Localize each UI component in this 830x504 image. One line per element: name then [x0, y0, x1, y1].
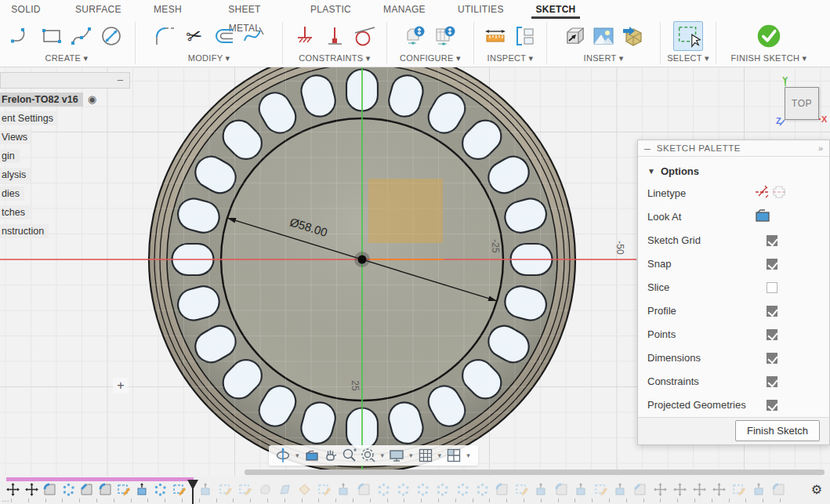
viewports-icon[interactable] [446, 448, 462, 463]
checkbox-dimensions[interactable] [767, 353, 777, 364]
timeline-feature-extrude-suppressed[interactable] [535, 483, 548, 496]
ribbon-group-label[interactable]: INSPECT ▾ [476, 53, 545, 63]
pan-icon[interactable] [323, 448, 339, 463]
tab-plastic[interactable]: PLASTIC [309, 0, 353, 19]
timeline-feature-extrude-suppressed[interactable] [199, 483, 212, 496]
timeline-feature-sketch-edit-suppressed[interactable] [317, 483, 331, 496]
zoom-icon[interactable] [342, 448, 357, 463]
viewcube[interactable]: TOP Y Z X [776, 75, 828, 130]
fit-icon[interactable] [361, 448, 376, 463]
configuration-table-icon[interactable] [433, 24, 457, 48]
timeline-feature-move[interactable] [25, 483, 38, 496]
nav-dropdown-caret[interactable]: ▾ [295, 451, 299, 459]
insert-mesh-icon[interactable] [622, 24, 645, 48]
tangent-constraint-icon[interactable] [353, 24, 376, 48]
look-at-nav-icon[interactable] [304, 448, 320, 463]
trim-icon[interactable]: ✂ [183, 24, 206, 48]
timeline-feature-fillet-suppressed[interactable] [555, 483, 568, 496]
measure-icon[interactable] [484, 24, 507, 48]
fillet-icon[interactable] [153, 24, 176, 48]
checkbox-projected-geometries[interactable] [767, 400, 777, 411]
timeline-feature-move-suppressed[interactable] [712, 483, 726, 496]
timeline-feature-sketch-edit-suppressed[interactable] [238, 483, 252, 496]
timeline-feature-sketch-suppressed[interactable] [476, 483, 489, 496]
ribbon-group-label[interactable]: FINISH SKETCH ▾ [718, 53, 820, 63]
timeline-feature-move-suppressed[interactable] [693, 483, 706, 496]
tab-sheet-metal[interactable]: SHEET METAL [212, 0, 277, 19]
grid-settings-icon[interactable] [418, 448, 433, 463]
timeline-feature-chamfer-suppressed[interactable] [633, 483, 647, 496]
break-icon[interactable] [242, 24, 266, 48]
timeline-feature-extrude[interactable] [136, 483, 149, 496]
timeline-feature-sketch-suppressed[interactable] [436, 483, 449, 496]
timeline-feature-fillet-suppressed[interactable] [357, 483, 371, 496]
timeline-feature-sketch-edit[interactable] [117, 483, 130, 496]
timeline-feature-loft-suppressed[interactable] [278, 483, 292, 496]
timeline-feature-fillet[interactable] [43, 483, 56, 496]
timeline-group-marker[interactable] [6, 477, 194, 481]
tab-sketch[interactable]: SKETCH [531, 0, 580, 19]
nav-dropdown-caret[interactable]: ▾ [438, 451, 442, 459]
timeline-feature-extrude-suppressed[interactable] [337, 483, 350, 496]
timeline-feature-fillet[interactable] [99, 483, 112, 496]
arc-icon[interactable] [10, 24, 34, 48]
options-section-header[interactable]: ▼ Options [647, 161, 820, 182]
checkbox-points[interactable] [767, 329, 777, 340]
timeline-feature-sketch-edit[interactable] [172, 483, 186, 496]
look-at-icon[interactable] [754, 207, 771, 224]
nav-dropdown-caret[interactable]: ▾ [409, 451, 413, 459]
timeline-playhead[interactable] [187, 480, 199, 504]
tab-surface[interactable]: SURFACE [75, 0, 121, 19]
display-settings-icon[interactable] [389, 448, 404, 463]
timeline-feature-revolve-suppressed[interactable] [298, 483, 311, 496]
timeline-feature-sketch-edit-suppressed[interactable] [515, 483, 528, 496]
browser-row[interactable]: alysis [0, 166, 130, 183]
timeline-feature-form-suppressed[interactable] [259, 483, 272, 496]
ribbon-group-label[interactable]: CREATE ▾ [0, 53, 133, 63]
browser-minimize-button[interactable]: – [118, 74, 123, 85]
checkbox-sketch-grid[interactable] [767, 235, 777, 246]
insert-canvas-icon[interactable] [592, 24, 615, 48]
ribbon-group-label[interactable]: SELECT ▾ [662, 53, 714, 63]
finish-sketch-icon[interactable] [754, 21, 784, 51]
nav-dropdown-caret[interactable]: ▾ [466, 451, 470, 459]
palette-collapse-button[interactable]: – [644, 142, 651, 154]
tab-utilities[interactable]: UTILITIES [458, 0, 503, 19]
browser-row[interactable]: dies [0, 185, 130, 201]
browser-row[interactable]: gin [0, 147, 130, 164]
visibility-radio-icon[interactable]: ◉ [88, 93, 96, 105]
section-analysis-icon[interactable] [513, 24, 537, 48]
browser-expand-button[interactable]: + [113, 378, 129, 393]
fix-constraint-icon[interactable] [293, 24, 317, 48]
select-window-icon[interactable] [673, 21, 703, 51]
linetype-construction-icon[interactable] [754, 183, 771, 201]
offset-icon[interactable] [212, 24, 236, 48]
orbit-icon[interactable] [275, 448, 291, 463]
tab-solid[interactable]: SOLID [6, 0, 45, 19]
browser-row[interactable]: tches [0, 204, 130, 220]
ribbon-group-label[interactable]: MODIFY ▾ [137, 53, 281, 63]
ribbon-group-label[interactable]: CONFIGURE ▾ [389, 53, 472, 63]
configure-feature-icon[interactable] [404, 24, 427, 48]
palette-expand-icon[interactable]: » [818, 143, 823, 153]
timeline-feature-sketch-edit-suppressed[interactable] [594, 483, 607, 496]
rectangle-icon[interactable] [40, 24, 63, 48]
timeline-settings-gear-icon[interactable]: ⚙ [811, 482, 822, 497]
timeline-feature-sketch-suppressed[interactable] [377, 483, 390, 496]
ribbon-group-label[interactable]: CONSTRAINTS ▾ [285, 53, 385, 63]
timeline-feature-chamfer[interactable] [80, 483, 93, 496]
linetype-centerline-icon[interactable] [771, 183, 788, 201]
timeline-feature-extrude-suppressed[interactable] [752, 483, 766, 496]
midpoint-constraint-icon[interactable] [323, 24, 346, 48]
browser-row[interactable]: ent Settings [0, 110, 130, 126]
browser-row[interactable]: Frelon-TO82 v16◉ [0, 91, 130, 107]
browser-row[interactable]: nstruction [0, 223, 130, 239]
timeline-feature-fillet-suppressed[interactable] [495, 483, 509, 496]
insert-derive-icon[interactable] [562, 24, 585, 48]
timeline-feature-fillet-suppressed[interactable] [772, 483, 785, 496]
tab-mesh[interactable]: MESH [150, 0, 185, 19]
timeline-feature-sketch[interactable] [62, 483, 75, 496]
viewcube-top-face[interactable]: TOP [785, 87, 819, 120]
checkbox-profile[interactable] [767, 306, 777, 317]
ribbon-group-label[interactable]: INSERT ▾ [549, 53, 658, 63]
